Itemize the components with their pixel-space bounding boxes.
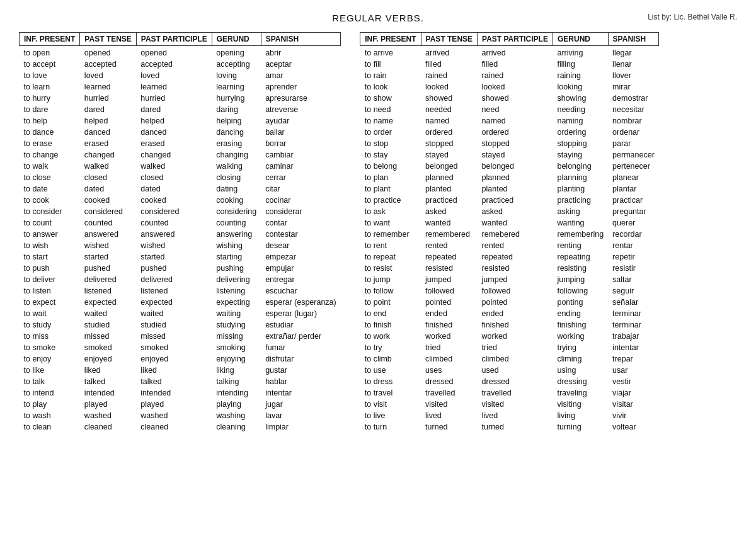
- table-cell: repetir: [608, 251, 659, 263]
- table-cell: rained: [478, 70, 553, 81]
- table-cell: danced: [80, 127, 136, 138]
- table-cell: named: [478, 115, 553, 127]
- table-cell: to dare: [20, 104, 80, 115]
- table-cell: llenar: [608, 59, 659, 70]
- table-row: to staystayedstayedstayingpermanecer: [360, 149, 659, 161]
- table-row: to traveltravelledtravelledtravelingviaj…: [360, 387, 659, 399]
- table-cell: started: [136, 251, 212, 263]
- table-cell: learned: [80, 81, 136, 93]
- table-row: to repeatrepeatedrepeatedrepeatingrepeti…: [360, 251, 659, 263]
- table-cell: naming: [553, 115, 608, 127]
- table-cell: pushed: [80, 263, 136, 274]
- table-row: to visitvisitedvisitedvisitingvisitar: [360, 399, 659, 410]
- table-row: to daredareddareddaringatreverse: [20, 104, 341, 115]
- table-cell: to hurry: [20, 93, 80, 104]
- table-cell: showed: [478, 93, 553, 104]
- table-cell: stayed: [478, 149, 553, 161]
- table-row: to dressdresseddresseddressingvestir: [360, 376, 659, 387]
- table-cell: delivered: [80, 274, 136, 285]
- table-cell: delivered: [136, 274, 212, 285]
- table-cell: helped: [136, 115, 212, 127]
- table-cell: to resist: [360, 263, 421, 274]
- table-cell: amar: [261, 70, 341, 81]
- table-row: to showshowedshowedshowingdemostrar: [360, 93, 659, 104]
- table-cell: talked: [136, 376, 212, 387]
- table-cell: to push: [20, 263, 80, 274]
- table-cell: washed: [80, 410, 136, 421]
- table-row: to practicepracticedpracticedpracticingp…: [360, 195, 659, 206]
- table-cell: to plant: [360, 183, 421, 195]
- table-cell: finishing: [553, 319, 608, 331]
- table-cell: jugar: [261, 399, 341, 410]
- table-cell: pushed: [136, 263, 212, 274]
- table-cell: voltear: [608, 421, 659, 433]
- table-cell: expected: [136, 297, 212, 308]
- table-cell: rained: [421, 70, 477, 81]
- table-cell: danced: [136, 127, 212, 138]
- table-cell: asking: [553, 206, 608, 217]
- table-row: to smokesmokedsmokedsmokingfumar: [20, 342, 341, 353]
- table-cell: atreverse: [261, 104, 341, 115]
- table-cell: to intend: [20, 387, 80, 399]
- table-cell: pointed: [478, 297, 553, 308]
- table-row: to washwashedwashedwashinglavar: [20, 410, 341, 421]
- table-cell: rented: [421, 240, 477, 251]
- table-cell: to follow: [360, 285, 421, 297]
- table-cell: uses: [421, 365, 477, 376]
- table-row: to intendintendedintendedintendingintent…: [20, 387, 341, 399]
- table-cell: closing: [212, 172, 261, 183]
- table-cell: aprender: [261, 81, 341, 93]
- table-cell: rented: [478, 240, 553, 251]
- table-cell: ordered: [478, 127, 553, 138]
- table-row: to livelivedlivedlivingvivir: [360, 410, 659, 421]
- table-cell: belonging: [553, 161, 608, 172]
- table-row: to resistresistedresistedresistingresist…: [360, 263, 659, 274]
- table-cell: dancing: [212, 127, 261, 138]
- table-cell: cambiar: [261, 149, 341, 161]
- table-cell: changed: [80, 149, 136, 161]
- table-row: to wantwantedwantedwantingquerer: [360, 217, 659, 229]
- table-row: to pointpointedpointedpontingseñalar: [360, 297, 659, 308]
- table-cell: erased: [80, 138, 136, 149]
- table-cell: practiced: [478, 195, 553, 206]
- col-past-participle-right: PAST PARTICIPLE: [478, 33, 553, 46]
- table-cell: apresurarse: [261, 93, 341, 104]
- table-cell: changing: [212, 149, 261, 161]
- table-cell: fumar: [261, 342, 341, 353]
- header-row-right: INF. PRESENT PAST TENSE PAST PARTICIPLE …: [360, 33, 659, 46]
- table-cell: belonged: [478, 161, 553, 172]
- table-cell: accepted: [136, 59, 212, 70]
- table-cell: to travel: [360, 387, 421, 399]
- table-row: to eraseerasederasederasingborrar: [20, 138, 341, 149]
- table-cell: gustar: [261, 365, 341, 376]
- table-cell: jumped: [478, 274, 553, 285]
- table-cell: starting: [212, 251, 261, 263]
- table-cell: to expect: [20, 297, 80, 308]
- table-cell: filled: [478, 59, 553, 70]
- table-row: to helphelpedhelpedhelpingayudar: [20, 115, 341, 127]
- table-row: to learnlearnedlearnedlearningaprender: [20, 81, 341, 93]
- table-cell: arrived: [478, 46, 553, 59]
- table-cell: stopped: [478, 138, 553, 149]
- table-row: to fillfilledfilledfillingllenar: [360, 59, 659, 70]
- table-cell: intended: [136, 387, 212, 399]
- table-cell: traveling: [553, 387, 608, 399]
- table-row: to playplayedplayedplayingjugar: [20, 399, 341, 410]
- table-cell: to love: [20, 70, 80, 81]
- table-cell: planned: [421, 172, 477, 183]
- table-cell: ponting: [553, 297, 608, 308]
- table-cell: wanted: [478, 217, 553, 229]
- col-past-tense-left: PAST TENSE: [80, 33, 136, 46]
- table-cell: turned: [421, 421, 477, 433]
- table-cell: resisting: [553, 263, 608, 274]
- table-cell: dressing: [553, 376, 608, 387]
- table-cell: turned: [478, 421, 553, 433]
- table-cell: cocinar: [261, 195, 341, 206]
- table-cell: loving: [212, 70, 261, 81]
- table-cell: empujar: [261, 263, 341, 274]
- table-row: to answeransweredansweredansweringcontes…: [20, 229, 341, 240]
- table-row: to stopstoppedstoppedstoppingparar: [360, 138, 659, 149]
- table-cell: raining: [553, 70, 608, 81]
- table-row: to askaskedaskedaskingpreguntar: [360, 206, 659, 217]
- table-cell: to work: [360, 331, 421, 342]
